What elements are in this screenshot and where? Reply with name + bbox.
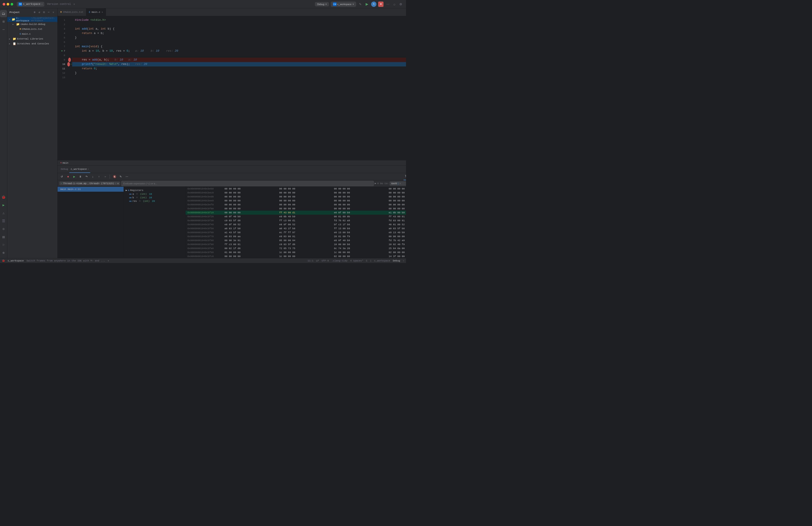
new-file-icon[interactable]: ⊕ [33, 10, 37, 14]
code-style[interactable]: .clang-tidy [331, 259, 348, 262]
sidebar-item-external-libs[interactable]: ▶ 📁 External Libraries [7, 37, 57, 41]
line-ending[interactable]: LF [316, 259, 319, 262]
mem-bytes1-3: 00 00 00 00 [224, 199, 277, 202]
project-files-icon[interactable]: 🗂 [0, 10, 7, 17]
debug-chevron-icon: ∨ [325, 3, 327, 5]
mem-bytes3-9: bf c3 1f b8 [334, 223, 387, 226]
more-tools-icon[interactable]: ⋯ [0, 26, 7, 33]
sidebar-item-main-c[interactable]: C main.c [7, 32, 57, 37]
run-to-cursor-button[interactable]: → [103, 174, 107, 179]
stop-debugger-button[interactable]: ■ [66, 174, 70, 179]
collapse-icon[interactable]: ⊟ [42, 10, 46, 14]
goto-dropdown-icon[interactable]: ∨ [400, 182, 401, 185]
record-button[interactable]: ■ [378, 2, 383, 7]
todo-icon[interactable]: ☰ [0, 217, 7, 225]
language[interactable]: C [366, 259, 367, 262]
resume-button[interactable]: ▶ [72, 174, 76, 179]
mem-bytes3-11: e0 13 00 b9 [334, 231, 387, 234]
close-notification-icon[interactable]: ✕ [108, 259, 109, 262]
debug-panel-tab-workspace[interactable]: c_workspace ✕ [69, 166, 90, 173]
tab-threads-variables[interactable]: Threads & Variables [404, 173, 406, 180]
run-icon[interactable]: ▶ [0, 202, 7, 209]
notifications-icon[interactable]: ⚐ [0, 241, 7, 248]
mem-bytes3-6: e0 0f 00 b9 [334, 211, 387, 214]
more-debug-button[interactable]: ⋯ [125, 174, 129, 179]
tab-main-c[interactable]: C main.c ✕ [86, 9, 106, 16]
version-control-label[interactable]: Version control [46, 3, 72, 6]
avatar[interactable]: A [371, 2, 376, 7]
debug-panel-tab-debug[interactable]: Debug [59, 166, 69, 173]
more-options-button[interactable]: ⋯ [385, 2, 391, 6]
services-icon[interactable]: ⊙ [0, 226, 7, 232]
close-sidebar-icon[interactable]: ✕ [52, 10, 55, 14]
scratches-arrow-icon: ▶ [9, 43, 12, 45]
bookmark-icon[interactable]: ⊕ [0, 249, 7, 256]
sidebar-item-cmake-build-debug[interactable]: ▶ 📁 cmake-build-debug [7, 22, 57, 27]
frame-name: main main.c:11 [60, 188, 81, 190]
restart-debugger-button[interactable]: ↺ [59, 174, 64, 179]
debug-button[interactable]: Debug ∨ [315, 2, 329, 6]
goto-address-value: &add [391, 182, 397, 185]
breadcrumb-content: ● main [60, 162, 68, 164]
step-out-button[interactable]: ↑ [97, 174, 101, 179]
thread-selector[interactable]: ✓ Thread-1-<com.ap..thread> (7071315) ⊘ … [59, 182, 120, 185]
settings-icon[interactable]: ⚙ [398, 2, 403, 6]
sidebar-item-root[interactable]: ▾ 📁 c-workspace ~/CLionProjects/c-worksp… [7, 17, 57, 22]
refresh-icon[interactable]: ↺ [38, 10, 41, 14]
workspace-tab-close-icon[interactable]: ✕ [88, 168, 89, 170]
mem-bytes4-17: 14 3f 00 00 [389, 255, 406, 258]
debug-icon[interactable]: 🐞 [0, 194, 7, 201]
ext-libs-arrow-icon: ▶ [9, 38, 12, 40]
evaluate-input[interactable] [121, 181, 374, 186]
workspace-run-button[interactable]: CW c_workspace ∨ [331, 2, 356, 7]
eval-run-icon[interactable]: ▶ [375, 182, 376, 185]
debug-mode-status: Debug [393, 259, 400, 262]
encoding[interactable]: UTF-8 [321, 259, 329, 262]
cursor-position[interactable]: 11:1 [308, 259, 313, 262]
search-icon[interactable]: ⌕ [392, 2, 396, 6]
code-line-6 [72, 40, 406, 44]
mem-addr-3: 0x00000001049cbee0 [187, 199, 223, 202]
mute-breakpoints-button[interactable]: 🔇 [112, 174, 117, 179]
sidebar-more-icon[interactable]: ⋯ [47, 10, 50, 14]
maximize-window-button[interactable] [11, 3, 13, 5]
edit-breakpoints-button[interactable]: ✎ [118, 174, 123, 179]
git-push-icon[interactable]: ⇧ [403, 259, 404, 262]
step-over-button[interactable]: ↷ [84, 174, 89, 179]
main-c-tab-close[interactable]: ✕ [102, 11, 103, 13]
sidebar-item-scratches[interactable]: ▶ 📋 Scratches and Consoles [7, 41, 57, 46]
step-into-button[interactable]: ↓ [90, 174, 95, 179]
minimize-window-button[interactable] [6, 3, 9, 5]
registers-arrow-icon: ▶ [126, 189, 127, 192]
main-c-tab-label: main.c [91, 11, 100, 13]
frame-main[interactable]: main main.c:11 [58, 187, 124, 192]
edit-config-button[interactable]: ✎ [358, 2, 363, 6]
mem-bytes1-1: 00 00 00 00 [224, 191, 277, 194]
pause-button[interactable]: ⏸ [78, 174, 83, 179]
breakpoint-10[interactable] [68, 58, 71, 62]
breakpoint-11[interactable] [67, 62, 70, 67]
workspace-label[interactable]: CW c_workspace ∨ [17, 2, 44, 6]
mem-bytes1-5: 00 00 00 00 [224, 207, 277, 210]
structure-icon[interactable]: ⊞ [0, 18, 7, 25]
mem-addr-13: 0x00000001049cbf80 [187, 239, 223, 242]
goto-address-box[interactable]: &add | ∨ [390, 182, 406, 185]
indent-style[interactable]: 4 spaces* [350, 259, 363, 262]
mem-addr-4: 0x00000001049cbef0 [187, 203, 223, 206]
debug-label: Debug [317, 3, 324, 5]
registers-header[interactable]: ▶ ⊞ Registers [124, 188, 185, 192]
run-button[interactable]: ▶ [364, 2, 369, 6]
code-line-10: res = add (a, b); b: 10 a: 10 [72, 58, 406, 62]
problems-icon[interactable]: ⚠ [0, 210, 7, 217]
sidebar-item-cmakelists[interactable]: M CMakeLists.txt [7, 27, 57, 32]
database-icon[interactable]: ▤ [0, 233, 7, 241]
tab-cmakelists[interactable]: M CMakeLists.txt [58, 9, 86, 16]
mem-bytes2-12: e9 03 00 91 [279, 235, 332, 238]
mem-row-14: 0x00000001049cbf90 ff c3 00 91 c0 03 5f … [186, 242, 406, 246]
code-editor[interactable]: #include <stdio.h> int add ( int a, int … [72, 16, 406, 160]
eval-chevron-icon[interactable]: ∨ [377, 182, 379, 185]
mem-bytes3-0: 00 00 00 00 [334, 187, 387, 190]
mem-bytes4-14: 10 02 40 f9 [389, 243, 406, 246]
close-window-button[interactable] [3, 3, 5, 5]
notification-message[interactable]: Switch frames from anywhere in the IDE w… [27, 259, 105, 262]
